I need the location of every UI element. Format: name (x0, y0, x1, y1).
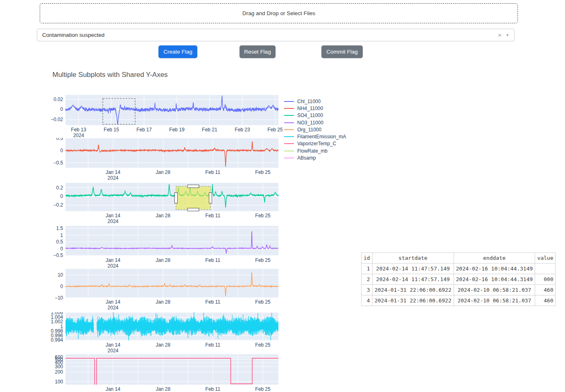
commit-flag-button[interactable]: Commit Flag (321, 45, 363, 58)
y-tick-label: −0.02 (51, 117, 63, 122)
flag-type-select-value: Contamination suspected (37, 32, 494, 38)
y-tick-label: −0.5 (53, 252, 63, 258)
legend-item-nh4_11000[interactable]: NH4_11000 (284, 105, 346, 112)
table-row: 42024-01-31 22:06:00.69222024-02-10 06:5… (362, 295, 556, 306)
subplot-filamentemission_ma[interactable]: 1.0061.0041.00210.9980.9960.994Jan 14202… (43, 312, 282, 356)
x-tick-label: Jan 28 (156, 213, 170, 219)
selection-resize-handle[interactable] (174, 193, 177, 203)
column-header-value: value (535, 253, 556, 264)
x-tick-label: Jan 14 (106, 257, 120, 263)
flag-table: idstartdateenddatevalue 12024-02-14 11:4… (361, 252, 556, 306)
subplot-vaporizertemp_c[interactable]: 600500400300200100Jan 142024Jan 28Feb 11… (43, 354, 282, 392)
subplot-svg-nh4_11000: 0.50−0.5Jan 142024Jan 28Feb 11Feb 25 (43, 138, 282, 182)
flag-table-body: 12024-02-14 11:47:57.1492024-02-16 10:04… (362, 264, 556, 306)
legend-item-so4_11000[interactable]: SO4_11000 (284, 112, 346, 119)
y-tick-label: 0.02 (54, 97, 63, 102)
subplot-so4_11000[interactable]: 0.20−0.2Jan 142024Jan 28Feb 11Feb 25 (43, 183, 282, 227)
x-tick-label: Jan 28 (156, 169, 170, 175)
legend-line-sample (284, 122, 294, 123)
x-tick-label: Feb 25 (255, 169, 271, 175)
x-tick-label: Jan 14 (106, 299, 120, 305)
legend-item-absamp[interactable]: ABsamp (284, 154, 346, 161)
selection-resize-handle[interactable] (209, 193, 212, 203)
subplot-org_11000[interactable]: 100−10Jan 142024Jan 28Feb 11Feb 25 (43, 269, 282, 313)
legend-item-chl_11000[interactable]: Chl_11000 (284, 98, 346, 105)
subplot-svg-filamentemission_ma: 1.0061.0041.00210.9980.9960.994Jan 14202… (43, 312, 282, 354)
legend-line-sample (284, 143, 294, 144)
table-cell-startdate: 2024-02-14 11:47:57.149 (372, 274, 454, 285)
table-cell-startdate: 2024-01-31 22:06:00.6922 (372, 295, 454, 306)
column-header-id: id (362, 253, 373, 264)
x-tick-label: Feb 25 (255, 299, 271, 305)
x-tick-label: Feb 11 (206, 342, 221, 348)
flag-type-select[interactable]: Contamination suspected × ▼ (37, 29, 515, 41)
y-tick-label: 10 (58, 272, 63, 278)
subplot-chl_11000[interactable]: 0.020−0.02Feb 132024Feb 15Feb 17Feb 19Fe… (43, 95, 282, 141)
y-tick-label: 200 (55, 369, 63, 375)
legend-line-sample (284, 101, 294, 102)
x-tick-year-label: 2024 (108, 175, 119, 181)
legend-item-vaporizertemp_c[interactable]: VaporizerTemp_C (284, 140, 346, 147)
x-tick-label: Feb 25 (255, 342, 271, 348)
x-tick-label: Feb 11 (206, 213, 221, 219)
flag-table-header: idstartdateenddatevalue (362, 253, 556, 264)
legend-item-org_11000[interactable]: Org_11000 (284, 126, 346, 133)
reset-flag-button[interactable]: Reset Flag (240, 45, 276, 58)
file-dropzone-label: Drag and Drop or Select Files (242, 10, 315, 16)
table-cell-value: 460 (535, 295, 556, 306)
legend-label: VaporizerTemp_C (297, 141, 336, 146)
legend-item-flowrate_mb[interactable]: FlowRate_mb (284, 147, 346, 154)
x-tick-label: Feb 11 (206, 386, 221, 392)
x-tick-label: Feb 25 (255, 213, 271, 219)
subplot-svg-org_11000: 100−10Jan 142024Jan 28Feb 11Feb 25 (43, 269, 282, 311)
y-tick-label: 0.2 (56, 185, 63, 191)
x-tick-label: Feb 11 (206, 299, 221, 305)
legend-label: ABsamp (297, 155, 316, 161)
y-tick-label: −0.2 (53, 202, 63, 208)
legend-line-sample (284, 136, 294, 137)
create-flag-button[interactable]: Create Flag (158, 45, 197, 58)
legend-label: NH4_11000 (297, 106, 323, 111)
legend-line-sample (284, 108, 294, 109)
legend-item-no3_11000[interactable]: NO3_11000 (284, 119, 346, 126)
legend-label: SO4_11000 (297, 113, 323, 118)
flag-selection-region[interactable] (176, 186, 210, 210)
legend-label: Org_11000 (297, 127, 321, 133)
file-dropzone[interactable]: Drag and Drop or Select Files (40, 3, 518, 23)
table-row: 32024-01-31 22:06:00.69222024-02-10 06:5… (362, 285, 556, 295)
legend-label: FlowRate_mb (297, 148, 328, 154)
x-tick-label: Feb 11 (206, 257, 221, 263)
chevron-down-icon[interactable]: ▼ (506, 33, 514, 37)
y-tick-label: 0.994 (51, 337, 63, 343)
clear-icon[interactable]: × (494, 32, 506, 38)
y-tick-label: 0.5 (56, 138, 63, 141)
x-tick-label: Feb 25 (255, 257, 271, 263)
legend-label: FilamentEmission_mA (297, 134, 346, 140)
selection-resize-handle[interactable] (188, 185, 199, 188)
y-tick-label: 0 (60, 148, 63, 153)
y-tick-label: 1.5 (56, 226, 63, 231)
x-tick-label: Feb 11 (206, 169, 221, 175)
table-row: 12024-02-14 11:47:57.1492024-02-16 10:04… (362, 264, 556, 274)
y-tick-label: 0 (60, 246, 63, 252)
table-cell-id: 2 (362, 274, 373, 285)
y-tick-label: 0.5 (56, 239, 63, 245)
selection-resize-handle[interactable] (188, 208, 199, 211)
subplot-svg-chl_11000: 0.020−0.02Feb 132024Feb 15Feb 17Feb 19Fe… (43, 95, 282, 139)
legend-item-filamentemission_ma[interactable]: FilamentEmission_mA (284, 133, 346, 140)
x-tick-year-label: 2024 (108, 219, 119, 224)
y-tick-label: 0 (60, 284, 63, 289)
table-cell-id: 4 (362, 295, 373, 306)
table-cell-value: 460 (535, 285, 556, 295)
table-cell-id: 1 (362, 264, 373, 274)
subplot-nh4_11000[interactable]: 0.50−0.5Jan 142024Jan 28Feb 11Feb 25 (43, 138, 282, 183)
table-cell-startdate: 2024-02-14 11:47:57.149 (372, 264, 454, 274)
y-tick-label: 100 (55, 379, 63, 385)
subplot-svg-so4_11000: 0.20−0.2Jan 142024Jan 28Feb 11Feb 25 (43, 183, 282, 225)
subplot-no3_11000[interactable]: 1.510.50−0.5Jan 142024Jan 28Feb 11Feb 25 (43, 226, 282, 271)
column-header-startdate: startdate (372, 253, 454, 264)
x-tick-label: Jan 14 (106, 169, 120, 175)
y-tick-label: 0 (60, 194, 63, 199)
x-tick-label: Jan 28 (156, 257, 170, 263)
table-cell-enddate: 2024-02-10 06:58:21.037 (454, 285, 535, 295)
